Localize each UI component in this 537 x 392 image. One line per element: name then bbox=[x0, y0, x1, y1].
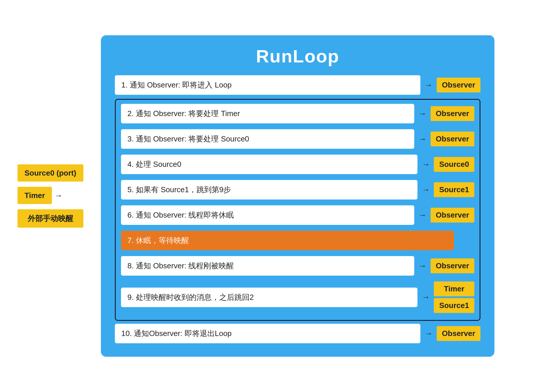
arrow-2: → bbox=[418, 109, 427, 118]
step-box-3: 3. 通知 Observer: 将要处理 Source0 bbox=[121, 129, 414, 149]
step-row-8: 8. 通知 Observer: 线程刚被映醒 → Observer bbox=[121, 256, 474, 276]
step-row-5: 5. 如果有 Source1，跳到第9步 → Source1 bbox=[121, 180, 474, 200]
arrow-3: → bbox=[418, 134, 427, 144]
step-row-1: 1. 通知 Observer: 即将进入 Loop → Observer bbox=[115, 75, 480, 95]
tag-9-double: Timer Source1 bbox=[434, 281, 474, 313]
step-row-2: 2. 通知 Observer: 将要处理 Timer → Observer bbox=[121, 104, 474, 123]
arrow-1: → bbox=[424, 80, 433, 90]
step-row-6: 6. 通知 Observer: 线程即将休眠 → Observer bbox=[121, 205, 474, 225]
runloop-title: RunLoop bbox=[115, 46, 480, 66]
step-box-5: 5. 如果有 Source1，跳到第9步 bbox=[121, 180, 417, 200]
main-container: Source0 (port) Timer → 外部手动映醒 RunLoop 1.… bbox=[0, 0, 537, 392]
tag-4: Source0 bbox=[434, 157, 474, 172]
step-box-10: 10. 通知Observer: 即将退出Loop bbox=[115, 324, 420, 343]
step-row-3: 3. 通知 Observer: 将要处理 Source0 → Observer bbox=[121, 129, 474, 149]
step-box-2: 2. 通知 Observer: 将要处理 Timer bbox=[121, 104, 414, 123]
tag-10: Observer bbox=[437, 326, 480, 341]
timer-arrow-icon: → bbox=[54, 191, 62, 200]
arrow-8: → bbox=[418, 261, 427, 271]
step-row-10: 10. 通知Observer: 即将退出Loop → Observer bbox=[115, 324, 480, 343]
arrow-6: → bbox=[418, 211, 427, 220]
step-box-7: 7. 休眠，等待映醒 bbox=[121, 231, 454, 250]
timer-label: Timer bbox=[17, 187, 52, 204]
arrow-10: → bbox=[424, 329, 433, 338]
timer-row: Timer → bbox=[17, 187, 83, 204]
tag-8: Observer bbox=[431, 258, 474, 273]
arrow-4: → bbox=[422, 160, 430, 169]
step-box-4: 4. 处理 Source0 bbox=[121, 155, 417, 174]
left-labels: Source0 (port) Timer → 外部手动映醒 bbox=[17, 164, 83, 228]
step-row-9: 9. 处理映醒时收到的消息，之后跳回2 → Timer Source1 bbox=[121, 281, 474, 313]
tag-9-timer: Timer bbox=[434, 281, 474, 296]
tag-5: Source1 bbox=[434, 182, 474, 197]
tag-3: Observer bbox=[431, 132, 474, 146]
step-box-1: 1. 通知 Observer: 即将进入 Loop bbox=[115, 75, 420, 95]
step-box-8: 8. 通知 Observer: 线程刚被映醒 bbox=[121, 256, 414, 276]
tag-9-source1: Source1 bbox=[434, 298, 474, 313]
tag-1: Observer bbox=[437, 78, 480, 92]
manual-wake-label: 外部手动映醒 bbox=[17, 209, 83, 228]
step-row-7: 7. 休眠，等待映醒 bbox=[121, 231, 474, 250]
tag-2: Observer bbox=[431, 106, 474, 121]
step-box-9: 9. 处理映醒时收到的消息，之后跳回2 bbox=[121, 288, 417, 307]
arrow-9: → bbox=[422, 293, 430, 302]
steps-area: 1. 通知 Observer: 即将进入 Loop → Observer 2. … bbox=[115, 75, 480, 346]
inner-border-box: 2. 通知 Observer: 将要处理 Timer → Observer 3.… bbox=[115, 99, 480, 321]
runloop-box: RunLoop 1. 通知 Observer: 即将进入 Loop → Obse… bbox=[101, 35, 494, 357]
step-box-6: 6. 通知 Observer: 线程即将休眠 bbox=[121, 205, 414, 225]
tag-6: Observer bbox=[431, 208, 474, 223]
arrow-5: → bbox=[422, 185, 430, 195]
source0-port-label: Source0 (port) bbox=[17, 164, 83, 182]
step-row-4: 4. 处理 Source0 → Source0 bbox=[121, 155, 474, 174]
